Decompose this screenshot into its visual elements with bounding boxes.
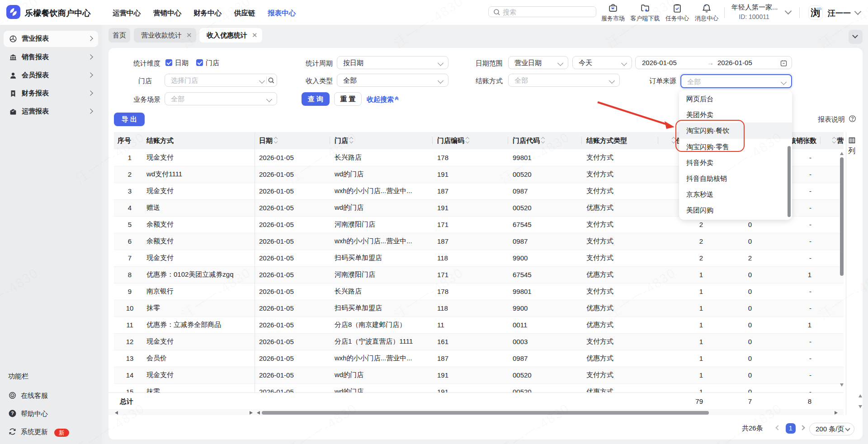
svg-text:?: ? [11, 411, 14, 416]
